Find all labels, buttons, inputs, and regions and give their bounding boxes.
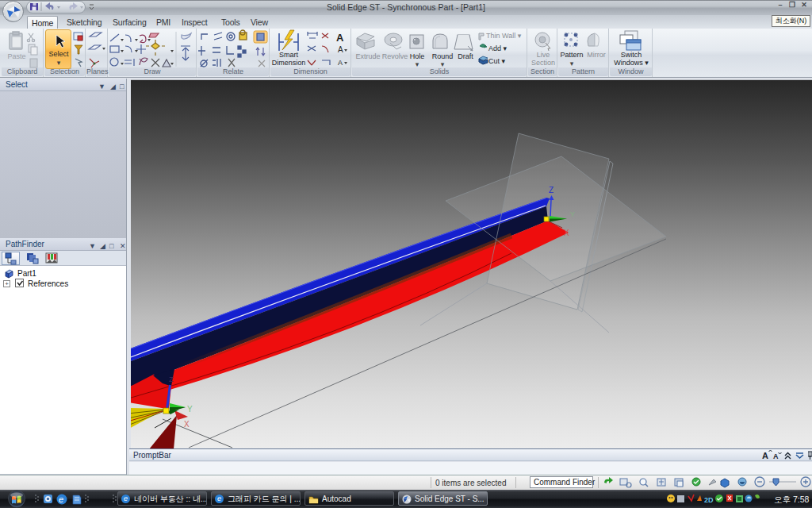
- svg-text:Z: Z: [549, 186, 553, 194]
- svg-text:X: X: [184, 420, 190, 429]
- svg-text:A: A: [338, 45, 343, 54]
- svg-text:A: A: [773, 452, 779, 460]
- svg-text:A: A: [762, 451, 768, 460]
- svg-text:A: A: [338, 59, 343, 67]
- svg-text:Y: Y: [570, 210, 575, 218]
- svg-text:A: A: [336, 32, 344, 44]
- svg-text:Z: Z: [169, 375, 174, 383]
- svg-text:Y: Y: [187, 405, 193, 414]
- svg-text:X: X: [564, 229, 569, 237]
- svg-text:2D: 2D: [704, 496, 714, 504]
